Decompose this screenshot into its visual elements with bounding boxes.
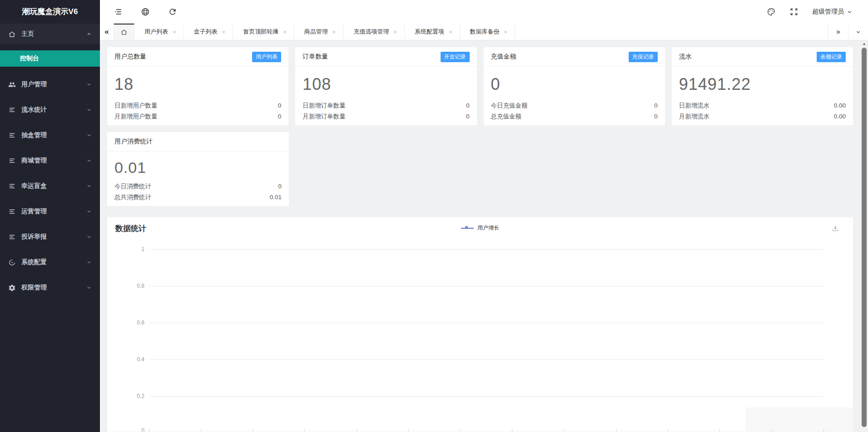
stat-row-label: 日新增用户数量 — [114, 100, 158, 111]
tab-label: 商品管理 — [304, 28, 328, 36]
stat-row-label: 总充值金额 — [491, 111, 522, 122]
globe-language-icon[interactable] — [141, 7, 150, 16]
stat-row-label: 今日消费统计 — [114, 181, 151, 192]
sidebar-item-complaints[interactable]: 投诉举报 — [0, 224, 100, 250]
stat-row-value: 0.00 — [834, 111, 846, 122]
stat-row-value: 0.00 — [834, 100, 846, 111]
scroll-tabs-left-button[interactable]: « — [100, 24, 114, 40]
chart-legend-user-growth[interactable]: 用户增长 — [461, 224, 499, 232]
scroll-tabs-right-button[interactable]: » — [828, 24, 848, 40]
chevron-down-icon — [86, 209, 92, 214]
stat-cards-row: 用户总数量 用户列表 18 日新增用户数量0 月新增用户数量0 订单数量 开盒记… — [107, 47, 853, 126]
tab-home[interactable] — [114, 24, 134, 40]
chevron-down-icon — [86, 133, 92, 138]
scrollbar-up-arrow[interactable]: ▲ — [860, 40, 868, 47]
close-icon[interactable]: × — [222, 29, 226, 35]
sidebar-item-flow-stats[interactable]: 流水统计 — [0, 97, 100, 123]
card-title: 用户总数量 — [114, 53, 146, 61]
stat-card-flow: 流水 余额记录 91491.22 日新增流水0.00 月新增流水0.00 — [671, 47, 853, 126]
sidebar-item-label: 幸运盲盒 — [21, 182, 47, 190]
stat-row-value: 0 — [654, 111, 658, 122]
close-icon[interactable]: × — [332, 29, 336, 35]
stat-row-label: 月新增订单数量 — [303, 111, 346, 122]
card-badge-link[interactable]: 用户列表 — [252, 52, 281, 62]
sidebar-item-permissions[interactable]: 权限管理 — [0, 275, 100, 300]
card-badge-link[interactable]: 余额记录 — [817, 52, 846, 62]
tab-label: 用户列表 — [144, 28, 168, 36]
tab-box-list[interactable]: 盒子列表 × — [184, 24, 233, 40]
list-icon — [8, 182, 16, 190]
chevron-down-icon — [86, 183, 92, 189]
close-icon[interactable]: × — [173, 29, 176, 35]
card-title: 用户消费统计 — [114, 137, 153, 146]
list-icon — [8, 208, 16, 216]
stat-value: 108 — [303, 75, 469, 94]
gear-icon — [8, 284, 16, 292]
x-axis-tick — [668, 429, 668, 432]
download-chart-icon[interactable] — [831, 224, 839, 232]
tab-user-list[interactable]: 用户列表 × — [134, 24, 184, 40]
theme-palette-icon[interactable] — [767, 7, 776, 16]
stat-value: 0.01 — [114, 159, 282, 177]
line-series-marker-icon — [461, 226, 474, 231]
config-icon — [8, 259, 16, 266]
close-icon[interactable]: × — [449, 29, 452, 35]
chevron-down-icon — [855, 29, 861, 35]
page-scrollbar[interactable]: ▲ — [860, 40, 868, 432]
x-axis-tick — [149, 429, 149, 432]
chevron-down-icon — [86, 285, 92, 290]
sidebar-nav: 用户管理 流水统计 抽盒管理 商城管理 幸运盲盒 — [0, 72, 100, 300]
tab-bar: « 用户列表 × 盒子列表 × 首页顶部轮播 × 商品管理 × 充值选项管理 ×… — [100, 24, 868, 40]
stat-row-label: 月新增用户数量 — [114, 111, 158, 122]
sidebar-item-console[interactable]: 控制台 — [0, 50, 100, 67]
app-logo-title: 潮玩魔盒演示V6 — [0, 0, 100, 24]
stat-card-recharge: 充值金额 充值记录 0 今日充值金额0 总充值金额0 — [483, 47, 665, 126]
close-icon[interactable]: × — [393, 29, 397, 35]
chevron-down-icon — [86, 82, 92, 87]
stat-value: 0 — [491, 75, 658, 94]
sidebar-item-operations[interactable]: 运营管理 — [0, 199, 100, 224]
card-badge-link[interactable]: 开盒记录 — [441, 52, 470, 62]
scrollbar-thumb[interactable] — [862, 48, 867, 427]
chevron-down-icon — [86, 260, 92, 265]
tab-label: 充值选项管理 — [353, 28, 389, 36]
sidebar-item-users[interactable]: 用户管理 — [0, 72, 100, 97]
card-badge-link[interactable]: 充值记录 — [629, 52, 658, 62]
stat-value: 18 — [114, 75, 281, 94]
home-icon — [120, 29, 128, 36]
stat-row-value: 0 — [278, 181, 282, 192]
fullscreen-icon[interactable] — [789, 7, 799, 16]
stat-row-value: 0 — [278, 100, 282, 111]
tab-recharge-options[interactable]: 充值选项管理 × — [343, 24, 405, 40]
tab-options-dropdown[interactable] — [848, 24, 868, 40]
sidebar-item-lucky-box[interactable]: 幸运盲盒 — [0, 173, 100, 199]
tab-label: 数据库备份 — [470, 28, 500, 36]
tab-product-management[interactable]: 商品管理 × — [294, 24, 344, 40]
list-icon — [8, 157, 16, 165]
sidebar-item-home[interactable]: 主页 — [0, 24, 100, 45]
x-axis-tick — [253, 429, 253, 432]
user-menu[interactable]: 超级管理员 — [812, 8, 853, 16]
chart-title: 数据统计 — [115, 223, 146, 234]
chevron-down-icon — [86, 158, 92, 163]
tab-home-carousel[interactable]: 首页顶部轮播 × — [233, 24, 294, 40]
list-icon — [8, 233, 16, 241]
refresh-icon[interactable] — [168, 7, 177, 16]
stat-row-value: 0 — [278, 111, 282, 122]
data-statistics-chart-card: 数据统计 用户增长 1 0.8 0.6 0.4 0.2 0 — [107, 217, 853, 432]
chart-overlay-region — [745, 407, 853, 432]
x-axis-tick — [460, 429, 461, 432]
sidebar-item-system-config[interactable]: 系统配置 — [0, 250, 100, 275]
sidebar-item-label: 系统配置 — [21, 258, 47, 266]
stat-row-value: 0 — [466, 111, 470, 122]
close-icon[interactable]: × — [504, 29, 508, 35]
stat-row-label: 今日充值金额 — [491, 100, 528, 111]
tab-system-config[interactable]: 系统配置项 × — [405, 24, 460, 40]
stat-row-value: 0.01 — [270, 192, 282, 203]
sidebar-item-box-management[interactable]: 抽盒管理 — [0, 123, 100, 148]
close-icon[interactable]: × — [283, 29, 287, 35]
collapse-sidebar-icon[interactable] — [114, 7, 123, 16]
list-icon — [8, 132, 16, 139]
sidebar-item-mall-management[interactable]: 商城管理 — [0, 148, 100, 173]
tab-database-backup[interactable]: 数据库备份 × — [460, 24, 516, 40]
